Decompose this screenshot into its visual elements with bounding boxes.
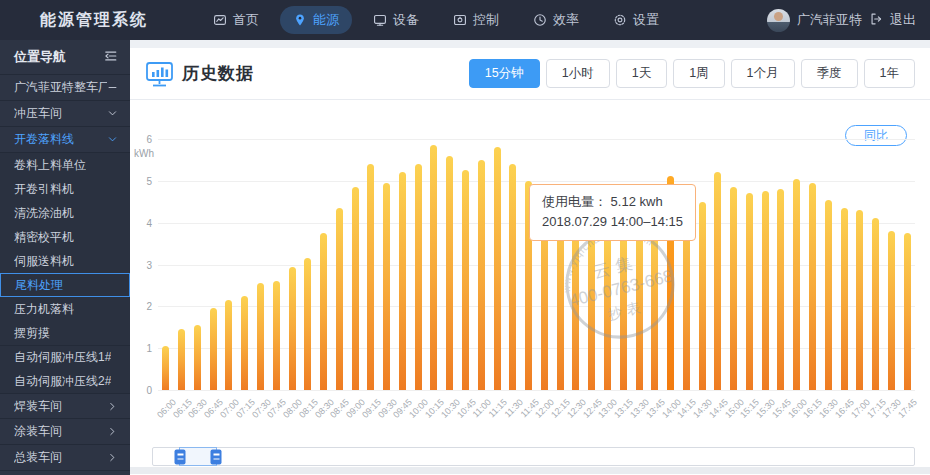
bar-16:45[interactable] bbox=[841, 208, 848, 390]
bar-15:30[interactable] bbox=[762, 191, 769, 390]
nav-item-label: 效率 bbox=[553, 11, 579, 29]
bar-13:30[interactable] bbox=[636, 227, 643, 390]
bar-11:15[interactable] bbox=[494, 147, 501, 390]
bar-10:30[interactable] bbox=[446, 156, 453, 390]
bar-09:15[interactable] bbox=[367, 164, 374, 390]
bar-16:15[interactable] bbox=[809, 183, 816, 390]
sidebar-title: 位置导航 bbox=[14, 48, 66, 66]
sidebar-item-stamping-shop[interactable]: 冲压车间 bbox=[0, 101, 130, 127]
bar-09:00[interactable] bbox=[352, 187, 359, 390]
top-navbar: 能源管理系统 首页能源设备控制效率设置 广汽菲亚特 退出 bbox=[0, 0, 930, 40]
bar-17:15[interactable] bbox=[872, 218, 879, 390]
bar-08:45[interactable] bbox=[336, 208, 343, 390]
nav-item-settings[interactable]: 设置 bbox=[600, 6, 672, 34]
bar-06:00[interactable] bbox=[162, 346, 169, 390]
bar-06:30[interactable] bbox=[194, 325, 201, 390]
bar-07:15[interactable] bbox=[241, 296, 248, 390]
logout-button[interactable]: 退出 bbox=[890, 11, 916, 29]
sidebar-item-uncoiling-line[interactable]: 开卷落料线 bbox=[0, 127, 130, 153]
sidebar-item-leveler[interactable]: 精密校平机 bbox=[0, 225, 130, 249]
time-range-button-0[interactable]: 15分钟 bbox=[469, 59, 540, 88]
bar-17:00[interactable] bbox=[856, 210, 863, 390]
bar-13:45[interactable] bbox=[651, 227, 658, 390]
bar-10:45[interactable] bbox=[462, 170, 469, 390]
bar-17:30[interactable] bbox=[888, 231, 895, 390]
sidebar-item-label: 尾料处理 bbox=[15, 277, 63, 294]
sidebar-item-swing-shear[interactable]: 摆剪摸 bbox=[0, 321, 130, 345]
time-range-button-4[interactable]: 1个月 bbox=[731, 59, 795, 88]
y-axis-tick-label: 5 bbox=[146, 175, 152, 186]
app-title: 能源管理系统 bbox=[40, 10, 148, 31]
sidebar-item-press-blanking[interactable]: 压力机落料 bbox=[0, 297, 130, 321]
bar-12:30[interactable] bbox=[572, 218, 579, 390]
nav-item-home[interactable]: 首页 bbox=[200, 6, 272, 34]
nav-item-energy[interactable]: 能源 bbox=[280, 6, 352, 34]
sidebar-item-servo-press-1[interactable]: 自动伺服冲压线1# bbox=[0, 345, 130, 369]
time-range-button-6[interactable]: 1年 bbox=[864, 59, 915, 88]
logout-icon bbox=[869, 12, 883, 29]
bar-15:00[interactable] bbox=[730, 187, 737, 390]
bar-16:30[interactable] bbox=[825, 200, 832, 390]
clock-icon bbox=[533, 13, 547, 27]
sidebar-item-coil-loading[interactable]: 卷料上料单位 bbox=[0, 153, 130, 177]
bar-15:45[interactable] bbox=[777, 189, 784, 390]
bar-17:45[interactable] bbox=[904, 233, 911, 390]
sidebar-item-painting-shop[interactable]: 涂装车间 bbox=[0, 419, 130, 445]
collapse-sidebar-icon[interactable] bbox=[104, 49, 118, 66]
datazoom-window[interactable] bbox=[179, 447, 217, 466]
sidebar-item-servo-press-2[interactable]: 自动伺服冲压线2# bbox=[0, 369, 130, 393]
bar-08:00[interactable] bbox=[289, 267, 296, 390]
bar-11:30[interactable] bbox=[509, 164, 516, 390]
bar-08:30[interactable] bbox=[320, 233, 327, 390]
bar-12:45[interactable] bbox=[588, 229, 595, 390]
main-area: 历史数据 15分钟1小时1天1周1个月季度1年 同比 0123456kWh06:… bbox=[130, 40, 930, 475]
bar-07:30[interactable] bbox=[257, 283, 264, 390]
nav-item-label: 首页 bbox=[233, 11, 259, 29]
location-tree: 广汽菲亚特整车厂冲压车间开卷落料线卷料上料单位开卷引料机清洗涂油机精密校平机伺服… bbox=[0, 75, 130, 471]
sidebar-item-factory-root[interactable]: 广汽菲亚特整车厂 bbox=[0, 75, 130, 101]
sidebar-item-label: 焊装车间 bbox=[14, 398, 62, 415]
bar-06:15[interactable] bbox=[178, 329, 185, 390]
time-range-button-2[interactable]: 1天 bbox=[616, 59, 667, 88]
sidebar-item-welding-shop[interactable]: 焊装车间 bbox=[0, 393, 130, 419]
datazoom-left-handle[interactable] bbox=[175, 449, 186, 464]
sidebar-item-assembly-shop[interactable]: 总装车间 bbox=[0, 445, 130, 471]
sidebar-header: 位置导航 bbox=[0, 40, 130, 75]
bar-10:15[interactable] bbox=[430, 145, 437, 390]
time-range-button-3[interactable]: 1周 bbox=[673, 59, 724, 88]
bar-09:45[interactable] bbox=[399, 172, 406, 390]
bar-11:00[interactable] bbox=[478, 160, 485, 390]
bar-10:00[interactable] bbox=[415, 164, 422, 390]
y-axis-tick-label: 3 bbox=[146, 259, 152, 270]
nav-item-control[interactable]: 控制 bbox=[440, 6, 512, 34]
time-range-button-1[interactable]: 1小时 bbox=[546, 59, 610, 88]
monitor-chart-icon bbox=[145, 61, 174, 88]
sidebar-item-scrap-handling[interactable]: 尾料处理 bbox=[0, 273, 130, 297]
bar-08:15[interactable] bbox=[304, 258, 311, 390]
sidebar-item-uncoiler[interactable]: 开卷引料机 bbox=[0, 177, 130, 201]
bar-15:15[interactable] bbox=[746, 193, 753, 390]
bar-16:00[interactable] bbox=[793, 179, 800, 390]
sidebar-item-washer-oiler[interactable]: 清洗涂油机 bbox=[0, 201, 130, 225]
bar-14:45[interactable] bbox=[714, 172, 721, 390]
control-screen-icon bbox=[453, 13, 467, 27]
bar-06:45[interactable] bbox=[210, 308, 217, 390]
time-range-button-5[interactable]: 季度 bbox=[801, 59, 858, 88]
nav-item-efficiency[interactable]: 效率 bbox=[520, 6, 592, 34]
bar-13:00[interactable] bbox=[604, 231, 611, 390]
bar-07:45[interactable] bbox=[273, 281, 280, 390]
sidebar-item-servo-feeder[interactable]: 伺服送料机 bbox=[0, 249, 130, 273]
bar-09:30[interactable] bbox=[383, 183, 390, 390]
y-axis-tick-label: 1 bbox=[146, 343, 152, 354]
gridline bbox=[158, 306, 915, 307]
bar-13:15[interactable] bbox=[620, 229, 627, 390]
datazoom-right-handle[interactable] bbox=[211, 449, 222, 464]
bar-14:30[interactable] bbox=[699, 202, 706, 390]
history-card: 历史数据 15分钟1小时1天1周1个月季度1年 同比 0123456kWh06:… bbox=[130, 48, 930, 475]
nav-item-devices[interactable]: 设备 bbox=[360, 6, 432, 34]
datazoom-slider[interactable] bbox=[152, 447, 915, 466]
sidebar-item-label: 冲压车间 bbox=[14, 105, 62, 122]
user-avatar[interactable] bbox=[767, 9, 790, 32]
monitor-icon bbox=[373, 13, 387, 27]
bar-07:00[interactable] bbox=[225, 300, 232, 390]
